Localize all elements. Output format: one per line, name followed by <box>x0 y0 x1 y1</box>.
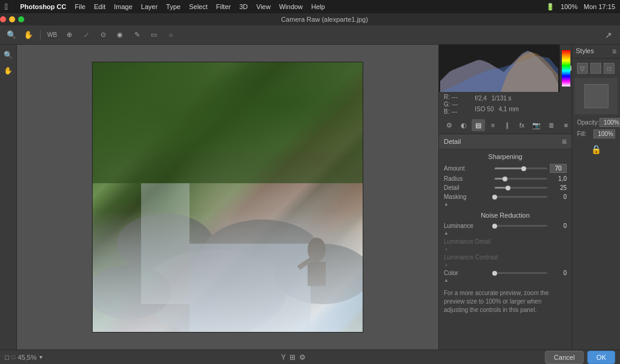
color-arrow: ▲ <box>444 278 449 283</box>
masking-label: Masking <box>444 193 492 200</box>
amount-slider-thumb[interactable] <box>521 166 526 171</box>
tab-hsl[interactable]: ≡ <box>486 119 500 131</box>
amount-value-input[interactable]: 70 <box>550 164 567 173</box>
svg-point-4 <box>141 250 286 333</box>
zoom-tool-left[interactable]: 🔍 <box>2 48 15 62</box>
luminance-contrast-arrow: ▲ <box>444 262 449 267</box>
sharpening-section: Sharpening Amount 70 Radius <box>439 149 572 208</box>
radius-slider-track[interactable] <box>495 178 547 180</box>
tab-curves[interactable]: ◐ <box>457 119 470 131</box>
tab-effects[interactable]: fx <box>515 119 529 131</box>
main-area: 🔍 ✋ <box>0 45 620 349</box>
tab-detail[interactable]: ▤ <box>472 119 485 131</box>
menu-file[interactable]: File <box>75 3 86 10</box>
menu-select[interactable]: Select <box>189 3 208 10</box>
fill-label: Fill: <box>577 131 587 137</box>
menu-type[interactable]: Type <box>166 3 180 10</box>
styles-preview <box>575 78 618 114</box>
fullscreen-toggle-icon[interactable]: ⊞ <box>289 353 295 362</box>
detail-label: Detail <box>444 184 492 191</box>
apple-menu[interactable]:  <box>5 2 8 11</box>
zoom-dropdown-arrow[interactable]: ▾ <box>39 354 42 360</box>
white-balance-tool[interactable]: WB <box>45 28 59 42</box>
luminance-label: Luminance <box>444 223 492 229</box>
styles-panel: Styles ≡ ▽ □ Opacity: <box>572 45 620 349</box>
square-icon[interactable]: □ <box>604 63 615 74</box>
menu-layer[interactable]: Layer <box>141 3 158 10</box>
menu-3d[interactable]: 3D <box>239 3 248 10</box>
detail-value: 25 <box>550 184 567 191</box>
triangle-tool-icon[interactable]: ▽ <box>577 63 588 74</box>
color-sampler-tool[interactable]: ⊕ <box>62 28 76 42</box>
amount-slider-track[interactable] <box>495 167 547 169</box>
crop-tool[interactable]: ⟋ <box>79 28 93 42</box>
svg-point-3 <box>202 219 323 292</box>
left-tools-panel: 🔍 ✋ <box>0 45 17 349</box>
preview-icon[interactable]: Y <box>281 353 286 362</box>
color-value: 0 <box>550 270 567 276</box>
fill-input[interactable] <box>593 129 615 138</box>
detail-slider-thumb[interactable] <box>506 186 510 190</box>
tab-camera-calibration[interactable]: 📷 <box>530 119 543 131</box>
styles-menu-icon[interactable]: ≡ <box>612 47 616 56</box>
hint-text: For a more accurate preview, zoom the pr… <box>439 284 572 318</box>
tab-basic[interactable]: ⚙ <box>443 119 456 131</box>
right-panels: R: --- G: --- B: --- f/2,4 1/131 s ISO 5… <box>438 45 620 349</box>
battery-icon: 🔋 <box>546 3 555 11</box>
app-name[interactable]: Photoshop CC <box>20 3 66 10</box>
luminance-slider-thumb[interactable] <box>492 224 497 229</box>
preview-image <box>92 62 363 333</box>
luminance-arrow: ▲ <box>444 230 449 236</box>
section-menu-icon[interactable]: ≡ <box>562 137 567 146</box>
radius-slider-thumb[interactable] <box>503 177 507 181</box>
svg-point-9 <box>308 238 326 262</box>
color-slider-thumb[interactable] <box>492 271 497 276</box>
hand-tool-left[interactable]: ✋ <box>2 64 15 77</box>
panel-menu-icon[interactable]: ≡ <box>564 122 568 129</box>
menu-window[interactable]: Window <box>279 3 303 10</box>
menu-image[interactable]: Image <box>114 3 133 10</box>
graduated-filter[interactable]: ▭ <box>147 28 160 42</box>
adjustment-brush[interactable]: ✎ <box>130 28 143 42</box>
rgb-area: R: --- G: --- B: --- f/2,4 1/131 s ISO 5… <box>439 92 572 117</box>
histogram-canvas <box>439 45 559 92</box>
masking-arrow-row: ▲ <box>439 201 572 208</box>
detail-slider-track[interactable] <box>495 187 547 189</box>
masking-slider-track[interactable] <box>495 196 547 198</box>
luminance-detail-arrow: ▲ <box>444 246 449 252</box>
color-bar-arrow[interactable] <box>570 65 572 71</box>
amount-slider-fill <box>495 167 524 169</box>
canvas-size-icon: □ <box>5 353 9 362</box>
svg-rect-10 <box>308 262 326 286</box>
healing-tool[interactable]: ⊙ <box>96 28 110 42</box>
focal-length: 4,1 mm <box>498 106 518 112</box>
masking-slider-thumb[interactable] <box>492 195 497 200</box>
hand-tool[interactable]: ✋ <box>22 28 35 42</box>
zoom-tool[interactable]: 🔍 <box>5 28 18 42</box>
tab-presets[interactable]: ≣ <box>544 119 558 131</box>
fullscreen-button[interactable] <box>18 16 24 22</box>
cancel-button[interactable]: Cancel <box>545 351 584 364</box>
color-slider-track[interactable] <box>495 272 547 274</box>
luminance-detail-label: Luminance Detail <box>444 238 490 245</box>
luminance-slider-track[interactable] <box>495 225 547 227</box>
sharpening-title: Sharpening <box>439 149 572 163</box>
ok-button[interactable]: OK <box>587 351 615 364</box>
styles-preview-square <box>584 84 608 108</box>
detail-section-header: Detail ≡ <box>439 134 572 149</box>
redeye-tool[interactable]: ◉ <box>113 28 127 42</box>
opacity-input[interactable] <box>599 118 620 127</box>
tab-split-toning[interactable]: ∥ <box>501 119 514 131</box>
menu-view[interactable]: View <box>256 3 271 10</box>
close-button[interactable] <box>0 16 6 22</box>
radial-filter[interactable]: ○ <box>164 28 177 42</box>
grid-icon[interactable] <box>590 63 601 74</box>
minimize-button[interactable] <box>9 16 15 22</box>
menu-edit[interactable]: Edit <box>94 3 105 10</box>
menu-help[interactable]: Help <box>311 3 325 10</box>
menu-filter[interactable]: Filter <box>216 3 231 10</box>
open-in-photoshop-icon[interactable]: ↗ <box>602 28 615 42</box>
scene-svg <box>93 62 363 333</box>
menubar-right: 🔋 100% Mon 17:15 <box>546 3 615 11</box>
settings-icon[interactable]: ⚙ <box>299 353 306 362</box>
